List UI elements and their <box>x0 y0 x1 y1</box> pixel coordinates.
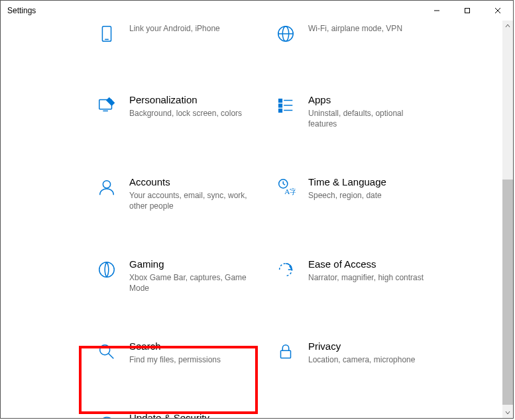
category-sub: Speech, region, date <box>308 190 386 201</box>
category-title: Apps <box>308 93 428 107</box>
category-time-language[interactable]: A字 Time & Language Speech, region, date <box>272 170 451 215</box>
category-personalization[interactable]: Personalization Background, lock screen,… <box>93 88 272 133</box>
apps-icon <box>272 92 299 119</box>
category-title: Update & Security <box>129 411 249 418</box>
category-title: Gaming <box>129 258 249 271</box>
scroll-thumb[interactable] <box>502 180 513 405</box>
phone-icon <box>93 21 120 47</box>
close-button[interactable] <box>483 1 513 21</box>
scroll-up-arrow[interactable] <box>502 21 513 31</box>
minimize-button[interactable] <box>422 1 452 21</box>
svg-line-20 <box>283 184 285 185</box>
svg-rect-25 <box>281 350 291 358</box>
category-privacy[interactable]: Privacy Location, camera, microphone <box>272 335 451 369</box>
category-sub: Narrator, magnifier, high contrast <box>308 272 424 283</box>
category-sub: Xbox Game Bar, captures, Game Mode <box>129 272 249 293</box>
category-apps[interactable]: Apps Uninstall, defaults, optional featu… <box>272 88 451 133</box>
svg-point-17 <box>103 181 110 188</box>
svg-rect-1 <box>465 9 470 13</box>
category-phone[interactable]: Link your Android, iPhone <box>93 21 272 51</box>
settings-window: Settings Link your Android <box>0 0 514 419</box>
time-language-icon: A字 <box>272 174 299 201</box>
settings-grid: Link your Android, iPhone Wi-Fi, airplan… <box>1 21 502 418</box>
category-update-security[interactable]: Update & Security Windows Update, recove… <box>93 406 272 418</box>
category-title: Search <box>129 340 221 353</box>
window-title: Settings <box>1 6 36 15</box>
svg-rect-15 <box>279 109 282 113</box>
category-title: Ease of Access <box>308 258 424 271</box>
svg-point-23 <box>100 345 110 355</box>
category-sub: Your accounts, email, sync, work, other … <box>129 190 249 211</box>
category-sub: Wi-Fi, airplane mode, VPN <box>308 23 402 34</box>
person-icon <box>93 174 120 201</box>
category-sub: Find my files, permissions <box>129 354 221 365</box>
search-icon <box>93 339 120 365</box>
update-icon <box>93 410 120 418</box>
category-accounts[interactable]: Accounts Your accounts, email, sync, wor… <box>93 170 272 215</box>
globe-icon <box>272 21 299 47</box>
category-gaming[interactable]: Gaming Xbox Game Bar, captures, Game Mod… <box>93 252 272 297</box>
category-sub: Link your Android, iPhone <box>129 23 220 34</box>
window-controls <box>422 1 513 21</box>
ease-of-access-icon <box>272 256 299 283</box>
content-area: Link your Android, iPhone Wi-Fi, airplan… <box>1 21 513 418</box>
personalization-icon <box>93 92 120 119</box>
lock-icon <box>272 339 299 365</box>
scroll-down-arrow[interactable] <box>502 407 513 418</box>
svg-point-22 <box>99 262 115 278</box>
category-sub: Location, camera, microphone <box>308 354 415 365</box>
category-title: Personalization <box>129 93 242 107</box>
category-search[interactable]: Search Find my files, permissions <box>93 335 272 369</box>
svg-rect-11 <box>279 99 282 103</box>
category-ease-of-access[interactable]: Ease of Access Narrator, magnifier, high… <box>272 252 451 297</box>
maximize-button[interactable] <box>452 1 483 21</box>
category-title: Privacy <box>308 340 415 353</box>
gaming-icon <box>93 256 120 283</box>
category-title: Time & Language <box>308 176 386 189</box>
titlebar: Settings <box>1 1 513 21</box>
svg-rect-13 <box>279 104 282 107</box>
category-sub: Uninstall, defaults, optional features <box>308 108 428 129</box>
vertical-scrollbar[interactable] <box>502 21 513 418</box>
category-sub: Background, lock screen, colors <box>129 108 242 119</box>
category-network[interactable]: Wi-Fi, airplane mode, VPN <box>272 21 451 51</box>
svg-line-24 <box>109 354 114 359</box>
svg-text:A字: A字 <box>284 187 296 195</box>
category-title: Accounts <box>129 176 249 189</box>
